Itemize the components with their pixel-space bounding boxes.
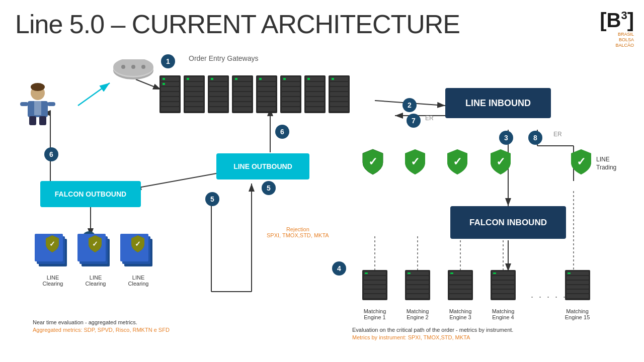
er-label-1: ER (425, 115, 434, 122)
logo-b: B (607, 9, 621, 32)
svg-rect-82 (258, 97, 276, 101)
svg-rect-75 (233, 107, 252, 111)
svg-rect-121 (364, 285, 386, 289)
circle-1: 1 (161, 54, 175, 68)
svg-rect-93 (282, 107, 300, 111)
svg-rect-136 (449, 281, 471, 284)
svg-rect-99 (306, 92, 324, 96)
svg-rect-138 (449, 290, 471, 293)
circle-5-top: 5 (262, 181, 276, 195)
circle-7: 7 (407, 114, 421, 128)
svg-rect-89 (282, 87, 300, 91)
svg-rect-70 (233, 82, 252, 86)
svg-rect-81 (258, 92, 276, 96)
evaluation-text: Evaluation on the critical path of the o… (352, 327, 513, 333)
falcon-inbound-box: FALCON INBOUND (450, 206, 566, 239)
me2-label: MatchingEngine 2 (400, 308, 435, 320)
matching-engine-4: MatchingEngine 4 (486, 269, 521, 320)
svg-rect-48 (161, 107, 179, 111)
svg-rect-66 (209, 107, 227, 111)
me3-label: MatchingEngine 3 (443, 308, 478, 320)
svg-line-3 (78, 83, 110, 106)
falcon-outbound-box: FALCON OUTBOUND (40, 181, 141, 207)
svg-rect-128 (407, 281, 429, 284)
svg-rect-51 (187, 78, 189, 80)
svg-rect-72 (233, 92, 252, 96)
svg-rect-154 (567, 290, 589, 293)
me4-label: MatchingEngine 4 (486, 308, 521, 320)
svg-rect-127 (407, 276, 429, 280)
svg-rect-29 (47, 102, 55, 106)
svg-rect-65 (209, 102, 227, 106)
svg-rect-80 (258, 87, 276, 91)
svg-rect-107 (330, 87, 348, 91)
svg-rect-131 (407, 294, 429, 298)
svg-rect-27 (34, 101, 41, 115)
metrics-text: Metrics by instrument: SPXI, TMOX,STD, M… (352, 334, 470, 340)
svg-rect-100 (306, 97, 324, 101)
svg-rect-129 (407, 285, 429, 289)
svg-rect-61 (209, 82, 227, 86)
svg-rect-43 (163, 83, 165, 85)
svg-rect-92 (282, 102, 300, 106)
svg-rect-55 (185, 97, 203, 101)
me1-label: MatchingEngine 1 (357, 308, 392, 320)
matching-engine-3: MatchingEngine 3 (443, 269, 478, 320)
svg-rect-62 (209, 87, 227, 91)
svg-rect-56 (185, 102, 203, 106)
svg-rect-135 (449, 276, 471, 280)
svg-rect-123 (364, 294, 386, 298)
circle-6-top: 6 (275, 125, 289, 139)
page-title: Line 5.0 – CURRENT ARCHITECTURE (15, 9, 460, 39)
svg-rect-87 (283, 78, 286, 80)
svg-rect-64 (209, 97, 227, 101)
svg-text:✓: ✓ (92, 240, 98, 248)
svg-rect-120 (364, 281, 386, 284)
svg-rect-41 (163, 78, 165, 80)
svg-text:✓: ✓ (135, 240, 141, 248)
svg-rect-45 (161, 92, 179, 96)
svg-rect-54 (185, 92, 203, 96)
near-time-text: Near time evaluation - aggregated metric… (33, 319, 137, 325)
svg-rect-110 (330, 102, 348, 106)
svg-rect-60 (211, 78, 213, 80)
svg-text:✓: ✓ (368, 155, 377, 168)
clearing3-label: LINEClearing (118, 275, 158, 287)
router-icon (111, 59, 156, 89)
line-inbound-box: LINE INBOUND (445, 88, 551, 118)
svg-rect-146 (492, 290, 514, 293)
svg-text:✓: ✓ (496, 155, 505, 168)
svg-rect-109 (330, 97, 348, 101)
svg-rect-63 (209, 92, 227, 96)
gateway-servers (158, 73, 370, 118)
svg-rect-155 (567, 294, 589, 298)
svg-rect-44 (161, 87, 179, 91)
svg-rect-28 (20, 102, 28, 106)
logo: [ B 3 ] BRASIL BOLSA BALCÃO (589, 9, 634, 39)
svg-rect-151 (567, 276, 589, 280)
svg-point-36 (121, 65, 125, 69)
svg-rect-102 (306, 107, 324, 111)
svg-rect-71 (233, 87, 252, 91)
svg-rect-148 (493, 273, 496, 274)
matching-engine-1: MatchingEngine 1 (357, 269, 392, 320)
svg-rect-106 (330, 82, 348, 86)
svg-rect-47 (161, 102, 179, 106)
logo-bracket-left: [ (600, 9, 606, 32)
svg-rect-69 (235, 78, 237, 80)
svg-rect-152 (567, 281, 589, 284)
clearing-2: ✓ LINEClearing (75, 231, 116, 287)
svg-text:✓: ✓ (49, 240, 55, 248)
matching-engine-15: MatchingEngine 15 (558, 269, 596, 320)
svg-rect-145 (492, 285, 514, 289)
svg-point-37 (131, 65, 135, 69)
svg-rect-98 (306, 87, 324, 91)
svg-rect-90 (282, 92, 300, 96)
svg-rect-105 (332, 78, 334, 80)
svg-point-38 (141, 65, 145, 69)
svg-text:✓: ✓ (411, 155, 420, 168)
svg-rect-74 (233, 102, 252, 106)
shield-1: ✓ (360, 148, 385, 176)
shield-5: ✓ (569, 148, 594, 176)
svg-rect-132 (408, 273, 411, 274)
